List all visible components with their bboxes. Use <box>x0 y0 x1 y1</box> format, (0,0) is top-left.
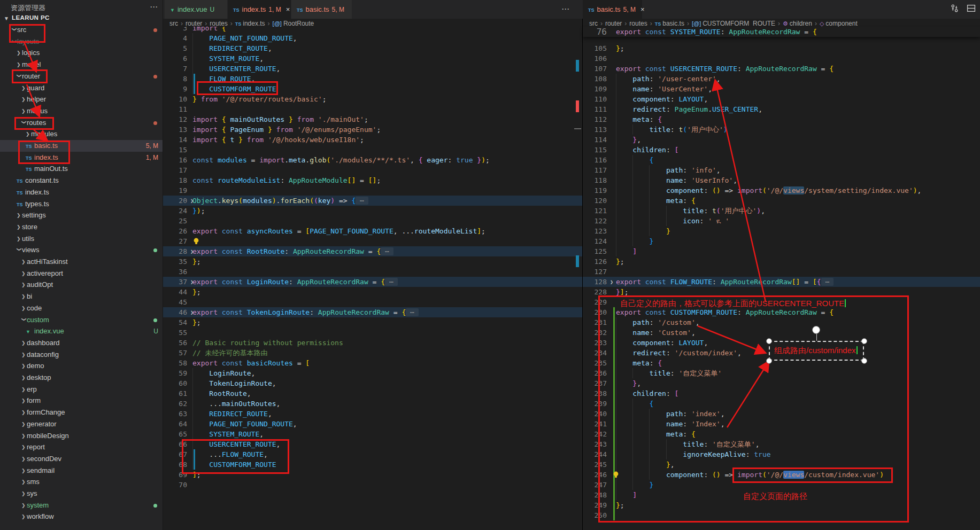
breadcrumb-item[interactable]: routes <box>210 20 227 27</box>
code-line-70[interactable]: 70 <box>163 480 582 490</box>
tree-item-index-vue[interactable]: ▼index.vueU <box>0 325 163 337</box>
code-line-56[interactable]: 56// Basic routing without permissions <box>163 338 582 348</box>
code-line-113[interactable]: 113 title: t('用户中心') <box>583 124 980 135</box>
code-line-115[interactable]: 115 children: [ <box>583 145 980 155</box>
breadcrumb-item[interactable]: router <box>186 20 202 27</box>
tree-item-store[interactable]: ❯store <box>0 221 163 233</box>
code-line-123[interactable]: 123 } <box>583 226 980 236</box>
close-icon[interactable]: × <box>641 5 645 13</box>
code-line-118[interactable]: 118 name: 'UserInfo', <box>583 175 980 185</box>
code-line-61[interactable]: 61 RootRoute, <box>163 388 582 399</box>
tree-item-model[interactable]: ❯model <box>0 59 163 71</box>
tree-item-logics[interactable]: ❯logics <box>0 47 163 59</box>
code-line-107[interactable]: 107export const USERCENTER_ROUTE: AppRou… <box>583 64 980 74</box>
code-line-24[interactable]: 24}); <box>163 206 582 216</box>
code-line-124[interactable]: 124 } <box>583 236 980 246</box>
code-line-112[interactable]: 112 meta: { <box>583 114 980 124</box>
tab-index-ts[interactable]: TSindex.ts1, M× <box>228 0 291 19</box>
code-line-55[interactable]: 55 <box>163 328 582 338</box>
tree-item-actHiTaskinst[interactable]: ❯actHiTaskinst <box>0 256 163 268</box>
tree-item-sms[interactable]: ❯sms <box>0 476 163 488</box>
scrollbar-slider[interactable] <box>574 128 581 129</box>
rotate-handle[interactable] <box>812 326 820 334</box>
tab-basic-ts[interactable]: TSbasic.ts5, M <box>291 0 352 19</box>
sticky-scroll-line[interactable]: 76export const SYSTEM_ROUTE: AppRouteRec… <box>583 27 980 37</box>
code-line-36[interactable]: 36 <box>163 267 582 277</box>
code-line-44[interactable]: 44}; <box>163 287 582 297</box>
code-line-126[interactable]: 126}; <box>583 256 980 267</box>
tree-item-utils[interactable]: ❯utils <box>0 233 163 245</box>
tree-item-bi[interactable]: ❯bi <box>0 291 163 302</box>
tree-item-mobileDesign[interactable]: ❯mobileDesign <box>0 430 163 442</box>
explorer-more-icon[interactable]: ⋯ <box>150 2 158 12</box>
tree-item-secondDev[interactable]: ❯secondDev <box>0 453 163 465</box>
code-line-128[interactable]: 128❯export const FLOW_ROUTE: AppRouteRec… <box>583 277 980 287</box>
tree-item-demo[interactable]: ❯demo <box>0 360 163 372</box>
code-line-54[interactable]: 54}; <box>163 317 582 328</box>
tree-item-settings[interactable]: ❯settings <box>0 209 163 221</box>
tree-item-menus[interactable]: ❯menus <box>0 105 163 117</box>
code-line-25[interactable]: 25 <box>163 216 582 226</box>
code-line-28[interactable]: 28❯export const RootRoute: AppRouteRecor… <box>163 246 582 256</box>
editor-actions-more-icon[interactable]: ⋯ <box>561 4 570 14</box>
code-line-12[interactable]: 12import { mainOutRoutes } from './mainO… <box>163 114 582 124</box>
breadcrumb-item[interactable]: TSbasic.ts <box>655 20 684 27</box>
tree-item-sendmail[interactable]: ❯sendmail <box>0 465 163 477</box>
tree-item-system[interactable]: ❯system <box>0 500 163 511</box>
resize-handle[interactable] <box>766 358 772 364</box>
code-line-4[interactable]: 4 PAGE_NOT_FOUND_ROUTE, <box>163 33 582 43</box>
resize-handle[interactable] <box>766 338 772 344</box>
split-editor-icon[interactable] <box>967 4 976 13</box>
breadcrumb-item[interactable]: TSindex.ts <box>235 20 265 27</box>
tree-item-constant-ts[interactable]: TSconstant.ts <box>0 175 163 186</box>
open-changes-icon[interactable] <box>950 4 959 13</box>
explorer-section-header[interactable]: LEARUN PC <box>12 14 50 21</box>
lightbulb-icon[interactable] <box>192 237 200 247</box>
code-line-57[interactable]: 57// 未经许可的基本路由 <box>163 348 582 358</box>
tree-item-desktop[interactable]: ❯desktop <box>0 372 163 384</box>
code-line-26[interactable]: 26export const asyncRoutes = [PAGE_NOT_F… <box>163 226 582 236</box>
tree-item-auditOpt[interactable]: ❯auditOpt <box>0 279 163 291</box>
code-line-109[interactable]: 109 name: 'UserCenter', <box>583 84 980 94</box>
code-line-15[interactable]: 15 <box>163 145 582 155</box>
code-line-117[interactable]: 117 path: 'info', <box>583 165 980 175</box>
tree-item-custom[interactable]: ❯custom <box>0 314 163 326</box>
code-line-46[interactable]: 46❯export const TokenLoginRoute: AppRout… <box>163 307 582 317</box>
tab-basic-ts[interactable]: TSbasic.ts5, M× <box>583 0 643 19</box>
code-line-7[interactable]: 7 USERCENTER_ROUTE, <box>163 64 582 74</box>
resize-handle[interactable] <box>861 338 867 344</box>
tree-item-index-ts[interactable]: TSindex.ts <box>0 186 163 198</box>
tree-item-generator[interactable]: ❯generator <box>0 418 163 430</box>
code-line-120[interactable]: 120 meta: { <box>583 196 980 206</box>
breadcrumb-item[interactable]: router <box>605 20 622 27</box>
code-line-13[interactable]: 13import { PageEnum } from '/@/enums/pag… <box>163 124 582 135</box>
code-line-105[interactable]: 105}; <box>583 43 980 53</box>
code-line-20[interactable]: 20❯Object.keys(modules).forEach((key) =>… <box>163 196 582 206</box>
code-line-114[interactable]: 114 }, <box>583 135 980 145</box>
code-line-125[interactable]: 125 ] <box>583 246 980 256</box>
code-line-6[interactable]: 6 SYSTEM_ROUTE, <box>163 53 582 64</box>
tree-item-code[interactable]: ❯code <box>0 302 163 314</box>
tree-item-dashboard[interactable]: ❯dashboard <box>0 337 163 349</box>
code-line-65[interactable]: 65 SYSTEM_ROUTE, <box>163 429 582 439</box>
code-line-58[interactable]: 58export const basicRoutes = [ <box>163 358 582 368</box>
code-line-18[interactable]: 18const routeModuleList: AppRouteModule[… <box>163 175 582 185</box>
code-line-11[interactable]: 11 <box>163 104 582 114</box>
tree-item-dataconfig[interactable]: ❯dataconfig <box>0 349 163 361</box>
breadcrumb-item[interactable]: src <box>169 20 178 27</box>
code-line-127[interactable]: 127 <box>583 267 980 277</box>
tree-item-guard[interactable]: ❯guard <box>0 82 163 94</box>
breadcrumb-item[interactable]: routes <box>629 20 647 27</box>
code-line-27[interactable]: 27 <box>163 236 582 246</box>
breadcrumb-item[interactable]: [@]RootRoute <box>273 20 314 27</box>
code-line-111[interactable]: 111 redirect: PageEnum.USER_CENTER, <box>583 104 980 114</box>
code-line-64[interactable]: 64 PAGE_NOT_FOUND_ROUTE, <box>163 419 582 429</box>
code-line-62[interactable]: 62 ...mainOutRoutes, <box>163 399 582 409</box>
code-line-3[interactable]: 3import { <box>163 27 582 33</box>
tree-item-mainOut-ts[interactable]: TSmainOut.ts <box>0 163 163 175</box>
code-line-116[interactable]: 116 { <box>583 155 980 165</box>
code-line-35[interactable]: 35}; <box>163 256 582 267</box>
tree-item-formChange[interactable]: ❯formChange <box>0 407 163 418</box>
tree-item-modules[interactable]: ❯modules <box>0 128 163 140</box>
close-icon[interactable]: × <box>286 5 290 13</box>
